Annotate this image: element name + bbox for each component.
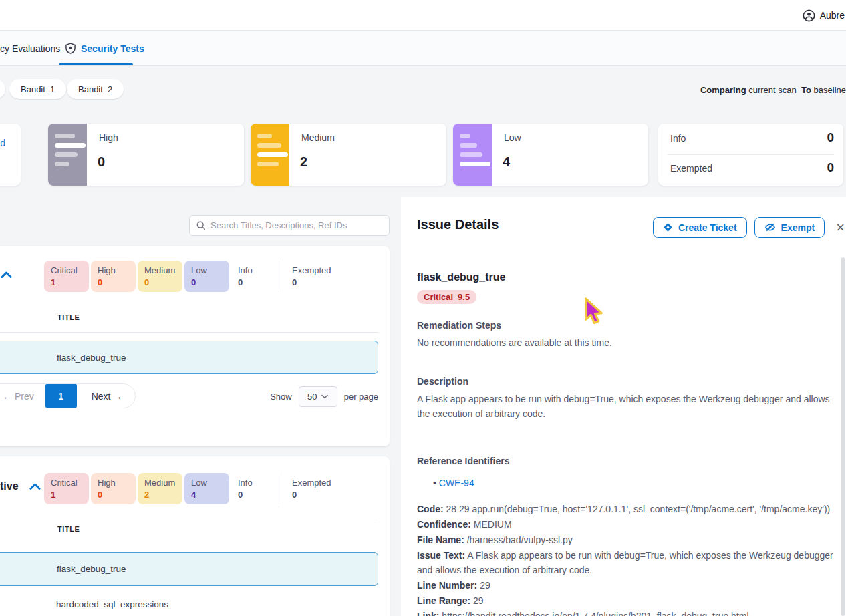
summary-card-partial[interactable]: d [0,124,21,186]
field-label: Code: [417,504,444,514]
scan-chips-row: Bandit_1 Bandit_2 Comparing current scan… [0,75,846,104]
pill-label: Exempted [292,265,337,275]
field-value: A Flask app appears to be run with debug… [417,550,833,575]
summary-card-high[interactable]: High 0 [48,124,244,186]
next-page-button[interactable]: Next → [92,391,123,402]
search-icon [196,221,206,230]
exempt-button[interactable]: Exempt [754,217,825,238]
search-input[interactable] [210,220,382,230]
field-link: Link: https://bandit.readthedocs.io/en/1… [417,609,845,616]
severity-pill-row: Critical1 High0 Medium2 Low4 Info0 Exemp… [44,473,337,504]
divider [0,332,378,333]
page-size-controls: Show 50 per page [270,386,378,407]
tab-policy-label: cy Evaluations [0,43,60,54]
chevron-up-icon[interactable] [1,271,12,279]
create-ticket-button[interactable]: Create Ticket [653,217,747,238]
sev-pill-low[interactable]: Low0 [184,261,229,292]
comparing-label: Comparing [700,85,746,95]
severity-badge-score: 9.5 [458,292,470,302]
issue-details-heading: Issue Details [417,217,499,233]
vulnerability-row-selected[interactable]: flask_debug_true [0,341,378,374]
partial-link-fragment[interactable]: d [0,138,5,148]
field-value: https://bandit.readthedocs.io/en/1.7.4/p… [442,611,748,616]
summary-card-low[interactable]: Low 4 [453,124,648,186]
vulnerability-title: flask_debug_true [57,564,126,574]
issue-details-panel: Issue Details Create Ticket Exempt × fla… [401,197,846,616]
sev-pill-medium[interactable]: Medium0 [138,261,182,292]
prev-page-button[interactable]: ← Prev [3,391,34,402]
field-label: File Name: [417,534,464,545]
reference-identifiers-heading: Reference Identifiers [417,456,845,466]
tab-security-tests[interactable]: Security Tests [65,31,144,65]
sev-pill-low[interactable]: Low4 [184,473,229,504]
per-page-label: per page [344,392,378,402]
page-size-value: 50 [307,392,317,402]
field-label: Line Number: [417,580,477,591]
field-file-name: File Name: /harness/bad/vulpy-ssl.py [417,532,845,547]
ticket-diamond-icon [663,222,673,233]
scan-chip-partial[interactable] [0,79,5,99]
severity-card-value: 4 [503,154,510,170]
exempted-value: 0 [827,160,834,175]
field-line-range: Line Range: 29 [417,593,845,608]
tab-policy-evaluations[interactable]: cy Evaluations [0,31,60,65]
vulnerability-row[interactable]: hardcoded_sql_expressions [0,587,378,616]
pill-value: 0 [144,277,182,287]
user-menu[interactable]: Aubre [803,0,845,31]
sev-pill-exempted[interactable]: Exempted0 [285,473,337,504]
issue-title: flask_debug_true [417,271,845,283]
baseline-label: baseline [814,85,846,95]
pill-value: 0 [238,277,273,287]
page-1-button[interactable]: 1 [45,384,77,408]
info-value: 0 [827,130,834,145]
exempt-label: Exempt [781,222,815,233]
severity-level-icon [453,124,492,186]
sev-pill-info[interactable]: Info0 [231,473,273,504]
sev-pill-critical[interactable]: Critical1 [44,473,89,504]
pill-value: 1 [51,277,89,287]
pill-label: Exempted [292,478,337,488]
pill-label: Info [238,265,273,275]
page-size-select[interactable]: 50 [299,386,337,407]
chevron-up-icon[interactable] [29,482,41,490]
scan-chip-bandit1[interactable]: Bandit_1 [9,79,66,99]
exempted-label: Exempted [670,163,712,174]
show-label: Show [270,392,292,402]
vulnerability-title: flask_debug_true [57,353,126,363]
pill-label: High [98,478,136,488]
sev-pill-exempted[interactable]: Exempted0 [285,261,337,292]
tab-bar: cy Evaluations Security Tests [0,31,846,66]
search-box [189,215,390,236]
field-label: Line Range: [417,595,470,606]
field-confidence: Confidence: MEDIUM [417,517,845,532]
divider [668,154,834,155]
create-ticket-label: Create Ticket [678,222,737,233]
pill-value: 0 [238,490,273,500]
severity-badge-label: Critical [424,292,453,302]
field-issue-text: Issue Text: A Flask app appears to be ru… [417,548,845,577]
title-column-header: TITLE [57,313,80,321]
scrollbar[interactable] [841,257,845,616]
summary-card-medium[interactable]: Medium 2 [251,124,446,186]
cwe-link[interactable]: CWE-94 [439,478,474,488]
sev-pill-critical[interactable]: Critical1 [44,261,89,292]
sev-pill-high[interactable]: High0 [91,473,136,504]
pill-label: Low [191,265,229,275]
field-value: 28 29 app.run(debug=True, host='127.0.1.… [446,504,831,514]
pill-value: 0 [98,277,136,287]
sev-pill-high[interactable]: High0 [91,261,136,292]
summary-card-info-exempted[interactable]: Info 0 Exempted 0 [658,124,843,186]
scan-chip-bandit2[interactable]: Bandit_2 [67,79,124,99]
user-name: Aubre [820,10,845,21]
pill-label: Low [191,478,229,488]
pill-value: 4 [191,490,229,500]
close-icon[interactable]: × [836,218,845,237]
sev-pill-medium[interactable]: Medium2 [138,473,182,504]
pill-label: Medium [144,478,182,488]
sev-pill-info[interactable]: Info0 [231,261,273,292]
pill-label: Info [238,478,273,488]
vulnerability-row-selected[interactable]: flask_debug_true [0,552,378,586]
field-label: Link: [417,611,439,616]
severity-summary-row: d High 0 Medium 2 Low 4 Info 0 Exempted … [0,124,846,186]
field-label: Confidence: [417,519,471,530]
